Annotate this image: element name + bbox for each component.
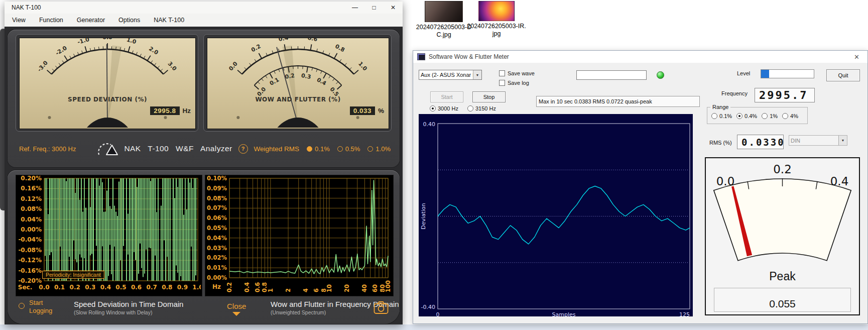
svg-text:0.4: 0.4	[278, 38, 289, 43]
speed-deviation-meter: -3.0-2.0-1.00.01.02.03.0SPEED DEVIATION …	[16, 34, 198, 132]
start-logging-label[interactable]: StartLogging	[29, 299, 52, 315]
chevron-down-icon[interactable]: ▼	[473, 70, 481, 79]
thermal-thumbnail[interactable]	[478, 1, 515, 21]
nak-bottom-bar: StartLogging Speed Deviation in Time Dom…	[8, 297, 400, 324]
desktop-file-dc[interactable]: 20240726205003-DC.jpg	[414, 1, 473, 39]
maximize-button[interactable]: □	[370, 4, 378, 11]
svg-text:0.03%: 0.03%	[207, 245, 227, 252]
time-domain-chart: 0.20%0.16%0.12%0.08%0.04%0.00%-0.04%-0.0…	[16, 175, 202, 296]
deviation-plot: 0.40-0.40Deviation0Samples125	[419, 114, 693, 316]
svg-text:1: 1	[267, 288, 274, 292]
start-logging-radio[interactable]	[19, 303, 25, 309]
swfm-window-title: Software Wow & Flutter Meter	[429, 53, 509, 60]
menu-view[interactable]: View	[12, 17, 26, 24]
svg-text:0.4: 0.4	[100, 284, 111, 291]
range-1%[interactable]: 1%	[762, 113, 778, 119]
wow-flutter-readout: 0.033 %	[350, 106, 384, 115]
svg-text:-0.20%: -0.20%	[18, 277, 42, 284]
swfm-window: Software Wow & Flutter Meter ✕ Aux (2- A…	[413, 50, 868, 324]
close-button[interactable]: ✕	[390, 4, 397, 11]
help-icon[interactable]: ?	[238, 144, 248, 154]
desktop: NAK T-100 — □ ✕ ViewFunctionGeneratorOpt…	[0, 0, 868, 330]
peak-gauge-dial: 0.00.20.4	[706, 161, 858, 266]
nak-body: -3.0-2.0-1.00.01.02.03.0SPEED DEVIATION …	[5, 27, 403, 324]
swfm-titlebar[interactable]: Software Wow & Flutter Meter ✕	[413, 51, 867, 63]
audio-device-select[interactable]: Aux (2- ASUS Xonar DS ▼	[419, 70, 482, 80]
frequency-value: 2995.8	[150, 106, 179, 115]
svg-text:60: 60	[371, 284, 379, 292]
background-window-edge	[0, 29, 5, 210]
menu-options[interactable]: Options	[118, 17, 140, 24]
menu-nak-t-100[interactable]: NAK T-100	[154, 17, 184, 24]
save-wave-label: Save wave	[508, 70, 535, 76]
minimize-button[interactable]: —	[351, 4, 358, 11]
range-0.1%[interactable]: 0.1%	[711, 113, 732, 119]
svg-text:-2.0: -2.0	[54, 45, 68, 57]
svg-text:0.7: 0.7	[147, 284, 157, 291]
menu-generator[interactable]: Generator	[77, 17, 105, 24]
chevron-down-icon[interactable]: ▼	[838, 136, 847, 145]
save-log-checkbox[interactable]: Save log	[499, 80, 529, 86]
level-label: Level	[737, 70, 750, 76]
range-0.4%[interactable]: 0.4%	[736, 113, 757, 119]
nak-range-0.1%[interactable]: 0.1%	[307, 145, 330, 153]
menu-function[interactable]: Function	[39, 17, 63, 24]
photo-thumbnail[interactable]	[425, 1, 463, 22]
rms-display: 0.0330	[737, 135, 784, 149]
status-box: Max in 10 sec 0.0383 RMS 0.0722 quasi-pe…	[536, 96, 700, 107]
range-4%[interactable]: 4%	[782, 113, 798, 119]
radio-3000-hz[interactable]: 3000 Hz	[430, 105, 458, 112]
file-label: 20240726205003-IR.jpg	[467, 23, 526, 38]
svg-text:-0.40: -0.40	[421, 304, 435, 310]
frequency-label: Frequency	[721, 90, 748, 96]
screenshot-camera-icon[interactable]	[374, 301, 389, 314]
checkbox-box[interactable]	[499, 70, 505, 76]
svg-text:10: 10	[326, 284, 333, 292]
svg-text:WOW AND FLUTTER (%): WOW AND FLUTTER (%)	[255, 96, 340, 103]
frequency-unit: Hz	[183, 107, 191, 115]
svg-text:0.4: 0.4	[316, 76, 328, 87]
weighting-select[interactable]: DIN ▼	[789, 135, 847, 146]
desktop-file-ir[interactable]: 20240726205003-IR.jpg	[467, 1, 526, 38]
peak-value-box: 0.055	[714, 288, 851, 312]
checkbox-box[interactable]	[499, 80, 505, 86]
svg-text:1.0: 1.0	[357, 60, 368, 72]
svg-text:0.8: 0.8	[334, 43, 345, 54]
nak-range-0.5%[interactable]: 0.5%	[337, 145, 360, 153]
nak-window-controls: — □ ✕	[351, 4, 397, 11]
charts-panel: 0.20%0.16%0.12%0.08%0.04%0.00%-0.04%-0.0…	[8, 170, 400, 324]
nak-menubar: ViewFunctionGeneratorOptionsNAK T-100	[5, 14, 403, 27]
nak-range-1.0%[interactable]: 1.0%	[367, 145, 391, 153]
weighting-label: Weighted RMS	[254, 145, 300, 153]
svg-text:0.4: 0.4	[243, 282, 251, 292]
deviation-plot-panel: 0.40-0.40Deviation0Samples125	[419, 114, 693, 316]
taskbar-strip	[0, 324, 868, 330]
frequency-domain-chart: 0.10%0.09%0.08%0.07%0.06%0.05%0.04%0.03%…	[205, 175, 394, 296]
start-button[interactable]: Start	[430, 91, 463, 102]
svg-text:0.0: 0.0	[39, 284, 49, 291]
close-charts-button[interactable]: Close	[227, 302, 246, 316]
svg-text:0: 0	[436, 311, 440, 316]
svg-text:0.08%: 0.08%	[207, 195, 227, 202]
svg-text:-0.12%: -0.12%	[18, 257, 42, 264]
wow-flutter-unit: %	[378, 107, 384, 115]
range-radio-group: 0.1%0.5%1.0%	[307, 145, 391, 153]
svg-text:0.9: 0.9	[177, 284, 188, 291]
svg-text:0.0: 0.0	[227, 60, 239, 72]
filename-field[interactable]	[576, 70, 647, 80]
svg-text:0.6: 0.6	[307, 38, 318, 43]
chevron-down-icon	[232, 312, 240, 316]
radio-3150-hz[interactable]: 3150 Hz	[467, 105, 496, 112]
nak-titlebar[interactable]: NAK T-100 — □ ✕	[5, 2, 403, 14]
svg-text:0.2: 0.2	[773, 163, 792, 176]
save-wave-checkbox[interactable]: Save wave	[499, 70, 535, 76]
nak-status-bar: Ref. Freq.: 3000 Hz NAK T-100 W&F Analyz…	[8, 133, 400, 164]
quit-button[interactable]: Quit	[826, 69, 860, 81]
svg-text:1.0: 1.0	[126, 38, 138, 45]
svg-text:0.5: 0.5	[115, 284, 126, 291]
close-button[interactable]: ✕	[852, 53, 861, 61]
svg-text:0.2: 0.2	[226, 282, 233, 292]
svg-text:0.04%: 0.04%	[21, 216, 42, 223]
stop-button[interactable]: Stop	[472, 91, 506, 102]
svg-text:-0.16%: -0.16%	[18, 267, 42, 274]
